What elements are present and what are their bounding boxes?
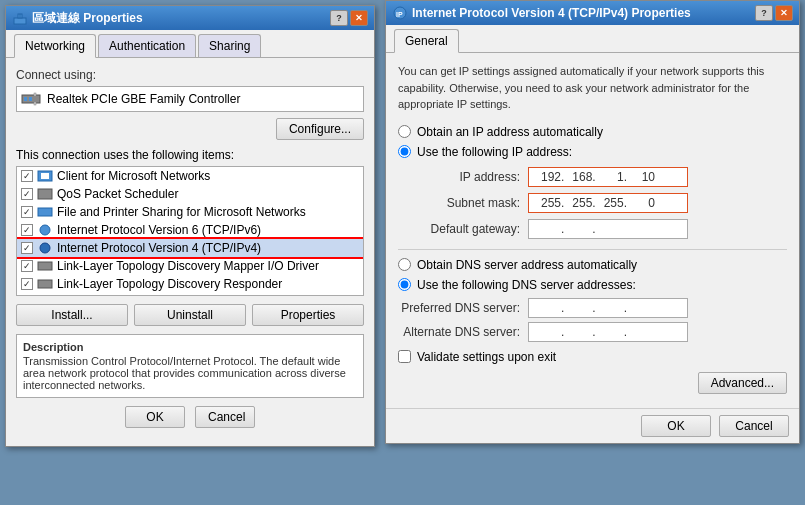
preferred-dns-row: Preferred DNS server: . . . bbox=[398, 298, 787, 318]
ip-icon: IP bbox=[392, 5, 408, 21]
tab-authentication[interactable]: Authentication bbox=[98, 34, 196, 57]
list-item[interactable]: Link-Layer Topology Discovery Responder bbox=[17, 275, 363, 293]
checkbox-lldr[interactable] bbox=[21, 278, 33, 290]
alternate-dns-row: Alternate DNS server: . . . bbox=[398, 322, 787, 342]
right-cancel-button[interactable]: Cancel bbox=[719, 415, 789, 437]
svg-rect-6 bbox=[34, 93, 36, 96]
description-label: Description bbox=[23, 341, 357, 353]
right-tab-bar: General bbox=[386, 25, 799, 53]
list-item-ipv4[interactable]: Internet Protocol Version 4 (TCP/IPv4) bbox=[17, 239, 363, 257]
subnet-seg1[interactable] bbox=[533, 196, 561, 210]
ip-address-field[interactable]: . . . bbox=[528, 167, 688, 187]
auto-dns-radio[interactable] bbox=[398, 258, 411, 271]
ip-seg3[interactable] bbox=[596, 170, 624, 184]
use-following-dns-row: Use the following DNS server addresses: bbox=[398, 278, 787, 292]
use-following-radio[interactable] bbox=[398, 145, 411, 158]
uninstall-button[interactable]: Uninstall bbox=[134, 304, 246, 326]
svg-point-12 bbox=[40, 225, 50, 235]
checkbox-lldp[interactable] bbox=[21, 260, 33, 272]
pdns-seg1[interactable] bbox=[533, 301, 561, 315]
checkbox-fileshare[interactable] bbox=[21, 206, 33, 218]
auto-ip-radio[interactable] bbox=[398, 125, 411, 138]
svg-point-13 bbox=[40, 243, 50, 253]
advanced-button[interactable]: Advanced... bbox=[698, 372, 787, 394]
fileshare-icon bbox=[37, 205, 53, 219]
install-button[interactable]: Install... bbox=[16, 304, 128, 326]
ipv6-icon bbox=[37, 223, 53, 237]
left-ok-button[interactable]: OK bbox=[125, 406, 185, 428]
subnet-seg4[interactable] bbox=[627, 196, 655, 210]
tab-networking[interactable]: Networking bbox=[14, 34, 96, 58]
checkbox-ipv6[interactable] bbox=[21, 224, 33, 236]
use-following-dns-radio[interactable] bbox=[398, 278, 411, 291]
list-item[interactable]: Internet Protocol Version 6 (TCP/IPv6) bbox=[17, 221, 363, 239]
item-label: Link-Layer Topology Discovery Mapper I/O… bbox=[57, 259, 319, 273]
ipv4-icon bbox=[37, 241, 53, 255]
advanced-row: Advanced... bbox=[398, 372, 787, 394]
use-following-label: Use the following IP address: bbox=[417, 145, 572, 159]
close-button[interactable]: ✕ bbox=[350, 10, 368, 26]
tab-general[interactable]: General bbox=[394, 29, 459, 53]
ip-seg1[interactable] bbox=[533, 170, 561, 184]
default-gateway-label: Default gateway: bbox=[398, 222, 528, 236]
adns-seg1[interactable] bbox=[533, 325, 561, 339]
checkbox-client[interactable] bbox=[21, 170, 33, 182]
install-uninstall-row: Install... Uninstall Properties bbox=[16, 304, 364, 326]
svg-rect-10 bbox=[38, 189, 52, 199]
right-window-content: You can get IP settings assigned automat… bbox=[386, 53, 799, 408]
adns-seg4[interactable] bbox=[627, 325, 655, 339]
checkbox-ipv4[interactable] bbox=[21, 242, 33, 254]
preferred-dns-field[interactable]: . . . bbox=[528, 298, 688, 318]
gw-seg1[interactable] bbox=[533, 222, 561, 236]
validate-row: Validate settings upon exit bbox=[398, 350, 787, 364]
subnet-seg3[interactable] bbox=[596, 196, 624, 210]
help-button[interactable]: ? bbox=[330, 10, 348, 26]
pdns-seg3[interactable] bbox=[596, 301, 624, 315]
client-icon bbox=[37, 169, 53, 183]
alternate-dns-field[interactable]: . . . bbox=[528, 322, 688, 342]
right-help-button[interactable]: ? bbox=[755, 5, 773, 21]
item-label: Internet Protocol Version 6 (TCP/IPv6) bbox=[57, 223, 261, 237]
ip-address-row: IP address: . . . bbox=[398, 167, 787, 187]
auto-dns-label: Obtain DNS server address automatically bbox=[417, 258, 637, 272]
preferred-dns-label: Preferred DNS server: bbox=[398, 301, 528, 315]
subnet-mask-label: Subnet mask: bbox=[398, 196, 528, 210]
properties-button[interactable]: Properties bbox=[252, 304, 364, 326]
subnet-mask-field[interactable]: . . . bbox=[528, 193, 688, 213]
item-label: QoS Packet Scheduler bbox=[57, 187, 178, 201]
tab-sharing[interactable]: Sharing bbox=[198, 34, 261, 57]
default-gateway-row: Default gateway: . . bbox=[398, 219, 787, 239]
configure-button[interactable]: Configure... bbox=[276, 118, 364, 140]
left-cancel-button[interactable]: Cancel bbox=[195, 406, 255, 428]
pdns-seg4[interactable] bbox=[627, 301, 655, 315]
pdns-seg2[interactable] bbox=[564, 301, 592, 315]
ip-seg2[interactable] bbox=[564, 170, 592, 184]
gw-seg2[interactable] bbox=[564, 222, 592, 236]
network-icon bbox=[12, 10, 28, 26]
checkbox-qos[interactable] bbox=[21, 188, 33, 200]
nic-icon bbox=[21, 92, 41, 106]
left-tab-bar: Networking Authentication Sharing bbox=[6, 30, 374, 58]
list-item[interactable]: Link-Layer Topology Discovery Mapper I/O… bbox=[17, 257, 363, 275]
right-ok-button[interactable]: OK bbox=[641, 415, 711, 437]
lldr-icon bbox=[37, 277, 53, 291]
item-label: Client for Microsoft Networks bbox=[57, 169, 210, 183]
default-gateway-field[interactable]: . . bbox=[528, 219, 688, 239]
left-window-content: Connect using: Realtek PCIe GBE Family C… bbox=[6, 58, 374, 446]
validate-label: Validate settings upon exit bbox=[417, 350, 556, 364]
adns-seg2[interactable] bbox=[564, 325, 592, 339]
left-title-bar: 區域連線 Properties ? ✕ bbox=[6, 6, 374, 30]
qos-icon bbox=[37, 187, 53, 201]
configure-btn-row: Configure... bbox=[16, 118, 364, 140]
gw-seg3[interactable] bbox=[596, 222, 624, 236]
description-box: Description Transmission Control Protoco… bbox=[16, 334, 364, 398]
ip-seg4[interactable] bbox=[627, 170, 655, 184]
svg-rect-15 bbox=[38, 280, 52, 288]
list-item[interactable]: Client for Microsoft Networks bbox=[17, 167, 363, 185]
list-item[interactable]: QoS Packet Scheduler bbox=[17, 185, 363, 203]
subnet-seg2[interactable] bbox=[564, 196, 592, 210]
validate-checkbox[interactable] bbox=[398, 350, 411, 363]
adns-seg3[interactable] bbox=[596, 325, 624, 339]
right-close-button[interactable]: ✕ bbox=[775, 5, 793, 21]
list-item[interactable]: File and Printer Sharing for Microsoft N… bbox=[17, 203, 363, 221]
